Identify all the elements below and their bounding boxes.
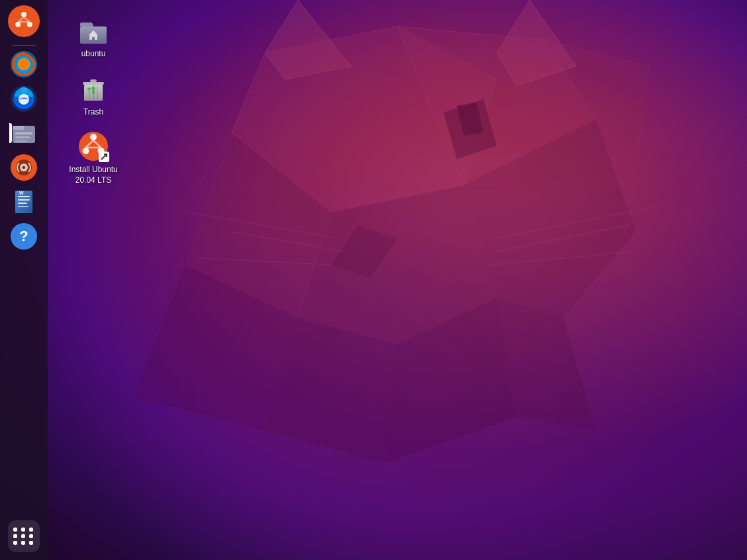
install-ubuntu-label: Install Ubuntu 20.04 LTS (69, 165, 117, 185)
svg-rect-59 (90, 79, 97, 82)
svg-rect-58 (83, 82, 104, 85)
desktop-icons-area: ubuntu (53, 0, 134, 200)
home-folder-label: ubuntu (81, 49, 106, 60)
rhythmbox-button[interactable] (8, 152, 40, 183)
svg-point-34 (21, 87, 27, 93)
shortcut-badge (99, 152, 109, 162)
files-button[interactable] (8, 117, 40, 149)
svg-text:?: ? (19, 228, 28, 244)
ubuntu-logo-button[interactable] (8, 5, 40, 37)
grid-dot-8 (21, 541, 25, 545)
trash-icon[interactable]: Trash (64, 69, 123, 122)
svg-rect-45 (15, 191, 32, 213)
svg-point-26 (15, 22, 21, 27)
svg-rect-38 (15, 136, 30, 138)
svg-point-24 (21, 12, 26, 17)
svg-text:W: W (19, 191, 24, 195)
install-ubuntu-icon[interactable]: Install Ubuntu 20.04 LTS (64, 126, 123, 189)
grid-dot-3 (29, 528, 33, 532)
svg-rect-37 (15, 132, 32, 134)
grid-dots-icon (13, 528, 34, 545)
show-apps-button[interactable] (8, 520, 40, 552)
grid-dot-7 (13, 541, 17, 545)
svg-point-43 (23, 166, 25, 169)
home-folder-icon[interactable]: ubuntu (64, 11, 123, 64)
thunderbird-button[interactable] (8, 83, 40, 115)
firefox-button[interactable] (8, 48, 40, 80)
writer-button[interactable]: W (8, 186, 40, 218)
svg-point-25 (27, 22, 32, 27)
svg-rect-46 (18, 196, 30, 197)
svg-rect-47 (18, 199, 30, 201)
svg-point-66 (83, 148, 89, 154)
svg-rect-36 (13, 126, 25, 130)
dock-separator-1 (12, 45, 36, 46)
taskbar: W ? (0, 0, 48, 560)
help-button[interactable]: ? (8, 220, 40, 252)
trash-label: Trash (83, 107, 103, 118)
grid-dot-5 (21, 534, 25, 538)
dock-bottom (8, 520, 40, 552)
svg-rect-48 (18, 203, 27, 204)
grid-dot-2 (21, 528, 25, 532)
home-folder-image (77, 15, 109, 46)
svg-rect-39 (15, 140, 27, 142)
grid-dot-4 (13, 534, 17, 538)
grid-dot-6 (29, 534, 33, 538)
svg-rect-49 (18, 206, 28, 207)
grid-dot-1 (13, 528, 17, 532)
svg-point-64 (90, 134, 97, 140)
grid-dot-9 (29, 541, 33, 545)
active-indicator (9, 123, 12, 143)
trash-image (77, 73, 109, 105)
svg-point-30 (19, 59, 29, 70)
install-ubuntu-image (77, 130, 109, 162)
